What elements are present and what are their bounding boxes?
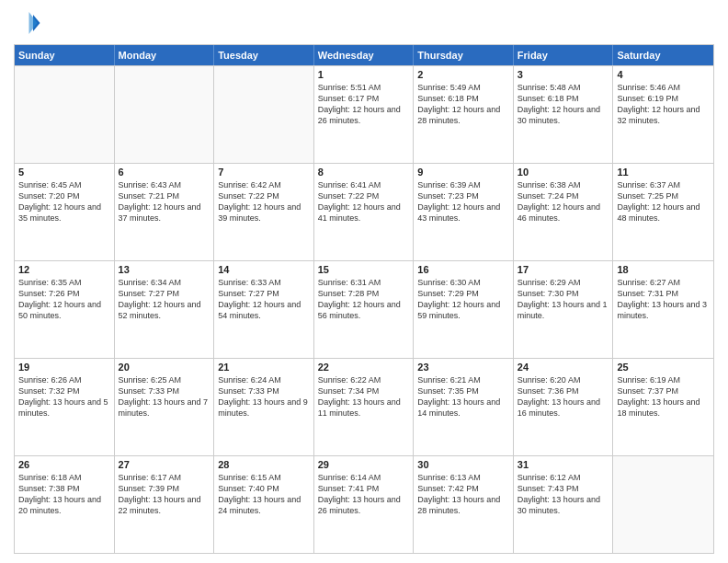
calendar-header: SundayMondayTuesdayWednesdayThursdayFrid… <box>15 45 713 65</box>
cell-info: Sunrise: 6:22 AM Sunset: 7:34 PM Dayligh… <box>318 374 410 419</box>
day-number: 4 <box>617 69 710 80</box>
cal-cell: 29Sunrise: 6:14 AM Sunset: 7:41 PM Dayli… <box>314 456 415 553</box>
day-number: 30 <box>417 459 509 470</box>
cell-info: Sunrise: 6:21 AM Sunset: 7:35 PM Dayligh… <box>417 374 509 419</box>
cell-info: Sunrise: 6:37 AM Sunset: 7:25 PM Dayligh… <box>617 179 710 224</box>
header-day-saturday: Saturday <box>613 45 713 65</box>
cell-info: Sunrise: 6:41 AM Sunset: 7:22 PM Dayligh… <box>318 179 410 224</box>
cell-info: Sunrise: 6:26 AM Sunset: 7:32 PM Dayligh… <box>18 374 110 419</box>
header-day-monday: Monday <box>115 45 215 65</box>
day-number: 3 <box>518 69 609 80</box>
cell-info: Sunrise: 6:38 AM Sunset: 7:24 PM Dayligh… <box>518 179 609 224</box>
cal-cell: 19Sunrise: 6:26 AM Sunset: 7:32 PM Dayli… <box>15 359 115 455</box>
day-number: 11 <box>617 167 710 178</box>
cal-cell <box>214 66 314 163</box>
cal-row-2: 12Sunrise: 6:35 AM Sunset: 7:26 PM Dayli… <box>15 260 713 358</box>
cal-cell: 28Sunrise: 6:15 AM Sunset: 7:40 PM Dayli… <box>214 456 314 553</box>
cell-info: Sunrise: 6:14 AM Sunset: 7:41 PM Dayligh… <box>318 472 410 517</box>
cell-info: Sunrise: 6:17 AM Sunset: 7:39 PM Dayligh… <box>119 472 210 517</box>
header-day-sunday: Sunday <box>15 45 115 65</box>
cal-cell <box>115 66 215 163</box>
cal-cell: 18Sunrise: 6:27 AM Sunset: 7:31 PM Dayli… <box>613 261 713 358</box>
day-number: 5 <box>18 167 110 178</box>
cell-info: Sunrise: 6:13 AM Sunset: 7:42 PM Dayligh… <box>417 472 509 517</box>
cal-cell: 15Sunrise: 6:31 AM Sunset: 7:28 PM Dayli… <box>314 261 415 358</box>
cell-info: Sunrise: 6:31 AM Sunset: 7:28 PM Dayligh… <box>318 277 410 322</box>
cell-info: Sunrise: 6:45 AM Sunset: 7:20 PM Dayligh… <box>18 179 110 224</box>
cal-cell: 24Sunrise: 6:20 AM Sunset: 7:36 PM Dayli… <box>514 359 614 455</box>
cal-cell: 30Sunrise: 6:13 AM Sunset: 7:42 PM Dayli… <box>414 456 514 553</box>
cal-cell: 10Sunrise: 6:38 AM Sunset: 7:24 PM Dayli… <box>514 164 614 260</box>
day-number: 16 <box>417 264 509 275</box>
cell-info: Sunrise: 5:51 AM Sunset: 6:17 PM Dayligh… <box>318 82 410 127</box>
cell-info: Sunrise: 5:46 AM Sunset: 6:19 PM Dayligh… <box>617 82 710 127</box>
cal-cell: 20Sunrise: 6:25 AM Sunset: 7:33 PM Dayli… <box>115 359 215 455</box>
cal-cell: 21Sunrise: 6:24 AM Sunset: 7:33 PM Dayli… <box>214 359 314 455</box>
day-number: 20 <box>119 362 210 373</box>
day-number: 1 <box>318 69 410 80</box>
cell-info: Sunrise: 5:49 AM Sunset: 6:18 PM Dayligh… <box>417 82 509 127</box>
cell-info: Sunrise: 6:25 AM Sunset: 7:33 PM Dayligh… <box>119 374 210 419</box>
cell-info: Sunrise: 6:33 AM Sunset: 7:27 PM Dayligh… <box>218 277 310 322</box>
cal-cell: 22Sunrise: 6:22 AM Sunset: 7:34 PM Dayli… <box>314 359 415 455</box>
header <box>14 9 714 37</box>
cal-row-0: 1Sunrise: 5:51 AM Sunset: 6:17 PM Daylig… <box>15 65 713 163</box>
day-number: 27 <box>119 459 210 470</box>
cal-cell: 16Sunrise: 6:30 AM Sunset: 7:29 PM Dayli… <box>414 261 514 358</box>
cal-cell: 2Sunrise: 5:49 AM Sunset: 6:18 PM Daylig… <box>414 66 514 163</box>
calendar: SundayMondayTuesdayWednesdayThursdayFrid… <box>14 44 714 554</box>
day-number: 26 <box>18 459 110 470</box>
cal-cell: 3Sunrise: 5:48 AM Sunset: 6:18 PM Daylig… <box>514 66 614 163</box>
header-day-thursday: Thursday <box>414 45 514 65</box>
cell-info: Sunrise: 6:29 AM Sunset: 7:30 PM Dayligh… <box>518 277 609 322</box>
cal-cell: 7Sunrise: 6:42 AM Sunset: 7:22 PM Daylig… <box>214 164 314 260</box>
cell-info: Sunrise: 6:35 AM Sunset: 7:26 PM Dayligh… <box>18 277 110 322</box>
day-number: 25 <box>617 362 710 373</box>
header-day-tuesday: Tuesday <box>214 45 314 65</box>
cal-cell: 1Sunrise: 5:51 AM Sunset: 6:17 PM Daylig… <box>314 66 415 163</box>
cell-info: Sunrise: 6:24 AM Sunset: 7:33 PM Dayligh… <box>218 374 310 419</box>
day-number: 9 <box>417 167 509 178</box>
day-number: 15 <box>318 264 410 275</box>
day-number: 12 <box>18 264 110 275</box>
day-number: 22 <box>318 362 410 373</box>
cal-cell: 6Sunrise: 6:43 AM Sunset: 7:21 PM Daylig… <box>115 164 215 260</box>
day-number: 29 <box>318 459 410 470</box>
cal-cell: 14Sunrise: 6:33 AM Sunset: 7:27 PM Dayli… <box>214 261 314 358</box>
cal-cell <box>15 66 115 163</box>
cal-cell <box>613 456 713 553</box>
header-day-friday: Friday <box>514 45 614 65</box>
calendar-body: 1Sunrise: 5:51 AM Sunset: 6:17 PM Daylig… <box>15 65 713 553</box>
cell-info: Sunrise: 6:18 AM Sunset: 7:38 PM Dayligh… <box>18 472 110 517</box>
cell-info: Sunrise: 6:43 AM Sunset: 7:21 PM Dayligh… <box>119 179 210 224</box>
cell-info: Sunrise: 6:30 AM Sunset: 7:29 PM Dayligh… <box>417 277 509 322</box>
cell-info: Sunrise: 6:12 AM Sunset: 7:43 PM Dayligh… <box>518 472 609 517</box>
day-number: 7 <box>218 167 310 178</box>
logo-icon <box>14 9 41 37</box>
cal-row-1: 5Sunrise: 6:45 AM Sunset: 7:20 PM Daylig… <box>15 163 713 260</box>
cal-cell: 27Sunrise: 6:17 AM Sunset: 7:39 PM Dayli… <box>115 456 215 553</box>
day-number: 28 <box>218 459 310 470</box>
day-number: 14 <box>218 264 310 275</box>
day-number: 8 <box>318 167 410 178</box>
cal-cell: 11Sunrise: 6:37 AM Sunset: 7:25 PM Dayli… <box>613 164 713 260</box>
cal-cell: 31Sunrise: 6:12 AM Sunset: 7:43 PM Dayli… <box>514 456 614 553</box>
cell-info: Sunrise: 6:42 AM Sunset: 7:22 PM Dayligh… <box>218 179 310 224</box>
cell-info: Sunrise: 6:27 AM Sunset: 7:31 PM Dayligh… <box>617 277 710 322</box>
day-number: 2 <box>417 69 509 80</box>
cell-info: Sunrise: 6:19 AM Sunset: 7:37 PM Dayligh… <box>617 374 710 419</box>
cal-cell: 4Sunrise: 5:46 AM Sunset: 6:19 PM Daylig… <box>613 66 713 163</box>
cal-cell: 8Sunrise: 6:41 AM Sunset: 7:22 PM Daylig… <box>314 164 415 260</box>
logo <box>14 9 45 37</box>
page: SundayMondayTuesdayWednesdayThursdayFrid… <box>0 0 728 563</box>
cal-cell: 26Sunrise: 6:18 AM Sunset: 7:38 PM Dayli… <box>15 456 115 553</box>
cal-cell: 9Sunrise: 6:39 AM Sunset: 7:23 PM Daylig… <box>414 164 514 260</box>
cal-cell: 12Sunrise: 6:35 AM Sunset: 7:26 PM Dayli… <box>15 261 115 358</box>
day-number: 23 <box>417 362 509 373</box>
day-number: 18 <box>617 264 710 275</box>
cal-row-3: 19Sunrise: 6:26 AM Sunset: 7:32 PM Dayli… <box>15 358 713 455</box>
cal-cell: 25Sunrise: 6:19 AM Sunset: 7:37 PM Dayli… <box>613 359 713 455</box>
day-number: 17 <box>518 264 609 275</box>
cal-cell: 5Sunrise: 6:45 AM Sunset: 7:20 PM Daylig… <box>15 164 115 260</box>
day-number: 6 <box>119 167 210 178</box>
